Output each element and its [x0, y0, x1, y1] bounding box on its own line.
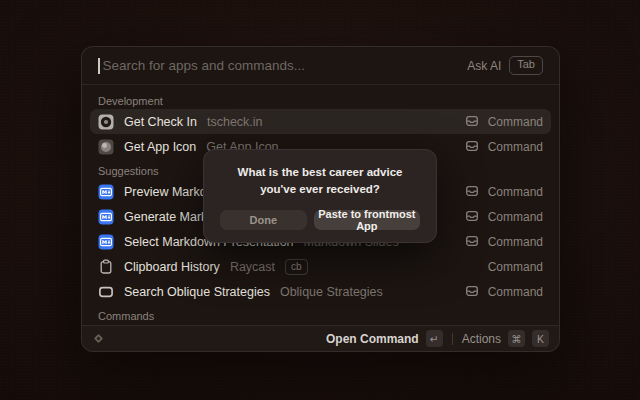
item-subtitle: Raycast [230, 260, 275, 274]
k-key-icon[interactable]: K [532, 330, 549, 347]
item-title: Get Check In [124, 115, 197, 129]
section-header-development: Development [90, 89, 551, 109]
item-subtitle: tscheck.in [207, 115, 263, 129]
item-title: Search Oblique Strategies [124, 285, 270, 299]
return-key-icon[interactable]: ↵ [426, 330, 443, 347]
item-subtitle: Oblique Strategies [280, 285, 383, 299]
actions-button[interactable]: Actions [462, 332, 501, 346]
drawer-icon [465, 184, 481, 200]
search-input[interactable] [103, 58, 460, 73]
app-icon-icon [98, 139, 114, 155]
list-item-search-oblique-strategies[interactable]: Search Oblique Strategies Oblique Strate… [90, 279, 551, 304]
section-header-commands: Commands [90, 304, 551, 324]
result-dialog: What is the best career advice you've ev… [203, 149, 437, 243]
clipboard-icon [98, 259, 114, 275]
search-bar: Ask AI Tab [82, 47, 559, 85]
text-caret [98, 58, 100, 74]
done-button[interactable]: Done [220, 210, 307, 230]
accessory-label: Command [488, 235, 543, 249]
drawer-icon [465, 234, 481, 250]
drawer-icon [465, 209, 481, 225]
accessory-label: Command [488, 210, 543, 224]
accessory-label: Command [488, 260, 543, 274]
drawer-icon [465, 139, 481, 155]
drawer-icon [465, 284, 481, 300]
list-item-clipboard-history[interactable]: Clipboard History Raycast cb Command [90, 254, 551, 279]
accessory-label: Command [488, 140, 543, 154]
check-in-icon [98, 114, 114, 130]
tab-key-badge[interactable]: Tab [509, 56, 543, 74]
extension-logo-icon [92, 332, 105, 345]
oblique-card-icon [98, 284, 114, 300]
ask-ai-label[interactable]: Ask AI [467, 59, 501, 73]
markdown-icon [98, 184, 114, 200]
item-title: Get App Icon [124, 140, 196, 154]
accessory-label: Command [488, 285, 543, 299]
markdown-icon [98, 209, 114, 225]
alias-badge: cb [285, 259, 308, 275]
drawer-icon [465, 114, 481, 130]
list-item-get-check-in[interactable]: Get Check In tscheck.in Command [90, 109, 551, 134]
accessory-label: Command [488, 115, 543, 129]
markdown-icon [98, 234, 114, 250]
open-command-button[interactable]: Open Command [326, 332, 419, 346]
item-title: Clipboard History [124, 260, 220, 274]
paste-to-frontmost-app-button[interactable]: Paste to frontmost App [314, 210, 420, 230]
footer-divider [452, 333, 453, 345]
footer-bar: Open Command ↵ Actions ⌘ K [82, 325, 559, 351]
cmd-key-icon[interactable]: ⌘ [508, 330, 525, 347]
dialog-title: What is the best career advice you've ev… [220, 164, 420, 199]
accessory-label: Command [488, 185, 543, 199]
